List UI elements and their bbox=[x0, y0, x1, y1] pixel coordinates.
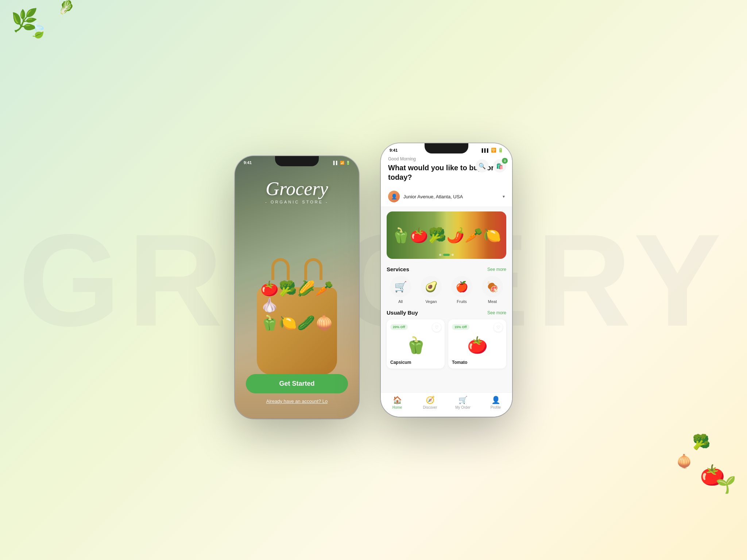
service-all-icon-circle: 🛒 bbox=[390, 276, 411, 297]
bag-handle-right bbox=[304, 258, 322, 280]
service-all-label: All bbox=[398, 299, 403, 304]
bag-body: 🍅🥦🌽🥕🧄🫑🍋🥒🧅 bbox=[257, 287, 337, 375]
app-content: 🫑🍅🥦🌶️🥕🍋 Services See more bbox=[381, 207, 512, 392]
services-section: Services See more 🛒 All bbox=[381, 263, 512, 307]
splash-time: 9:41 bbox=[244, 160, 252, 165]
cart-icon: 🛍️ bbox=[496, 163, 503, 170]
service-all[interactable]: 🛒 All bbox=[387, 276, 414, 304]
services-title: Services bbox=[387, 266, 409, 272]
tomato-badge: 15% Off bbox=[452, 324, 469, 330]
phone-main: 9:41 ▌▌▌ 🛜 🔋 Good Morning What would you… bbox=[381, 143, 512, 417]
service-vegan-label: Vegan bbox=[425, 299, 437, 304]
chevron-down-icon: ▾ bbox=[503, 194, 505, 199]
deco-leaf-3: 🌱 bbox=[716, 475, 736, 494]
service-vegan[interactable]: 🥑 Vegan bbox=[417, 276, 445, 304]
splash-bottom: Get Started Already have an account? Lo bbox=[235, 367, 359, 419]
banner-dot-3 bbox=[452, 254, 454, 256]
fruits-icon: 🍎 bbox=[456, 281, 468, 293]
app-battery-icon: 🔋 bbox=[498, 148, 503, 153]
nav-profile[interactable]: 👤 Profile bbox=[479, 396, 512, 409]
bag-handle-left bbox=[271, 258, 290, 280]
banner-dot-2 bbox=[443, 254, 450, 256]
cart-button[interactable]: 🛍️ 3 bbox=[493, 159, 506, 172]
order-icon: 🛒 bbox=[458, 396, 468, 404]
tomato-heart-icon[interactable]: ♡ bbox=[494, 323, 503, 332]
app-wifi-icon: 🛜 bbox=[491, 148, 496, 153]
service-vegan-icon-circle: 🥑 bbox=[421, 276, 442, 297]
location-avatar: 👤 bbox=[388, 191, 400, 202]
meat-icon: 🍖 bbox=[486, 281, 499, 293]
cart-badge: 3 bbox=[502, 158, 508, 164]
service-fruits-icon-circle: 🍎 bbox=[451, 276, 472, 297]
deco-veggie-2: 🥦 bbox=[692, 433, 711, 451]
capsicum-name: Capsicum bbox=[390, 360, 441, 365]
splash-status-icons: ▌▌ 📶 🔋 bbox=[333, 161, 350, 165]
bottom-nav: 🏠 Home 🧭 Discover 🛒 My Order 👤 Profile bbox=[381, 392, 512, 417]
capsicum-image: 🫑 bbox=[390, 332, 441, 358]
nav-order-label: My Order bbox=[455, 405, 471, 409]
splash-status-bar: 9:41 ▌▌ 📶 🔋 bbox=[235, 156, 359, 166]
wifi-icon: 📶 bbox=[340, 161, 344, 165]
banner-dot-1 bbox=[439, 254, 441, 256]
signal-icon: ▌▌ bbox=[333, 161, 338, 165]
services-grid: 🛒 All 🥑 Vegan bbox=[387, 276, 506, 304]
product-capsicum[interactable]: 20% Off ♡ 🫑 Capsicum bbox=[387, 319, 445, 369]
home-icon: 🏠 bbox=[393, 396, 402, 404]
location-bar[interactable]: 👤 Junior Avenue, Atlanta, USA ▾ bbox=[381, 188, 512, 207]
capsicum-badge: 20% Off bbox=[390, 324, 408, 330]
nav-home[interactable]: 🏠 Home bbox=[381, 396, 414, 409]
services-see-more[interactable]: See more bbox=[487, 267, 506, 272]
veggies-emoji: 🍅🥦🌽🥕🧄🫑🍋🥒🧅 bbox=[260, 280, 337, 331]
nav-home-label: Home bbox=[392, 405, 402, 409]
location-text: Junior Avenue, Atlanta, USA bbox=[403, 194, 499, 199]
battery-icon: 🔋 bbox=[346, 161, 350, 165]
service-meat-label: Meat bbox=[488, 299, 497, 304]
nav-discover-label: Discover bbox=[423, 405, 437, 409]
banner-dots bbox=[439, 254, 454, 256]
product-tomato[interactable]: 15% Off ♡ 🍅 Tomato bbox=[448, 319, 506, 369]
splash-subtitle: - ORGANIC STORE - bbox=[235, 200, 359, 204]
deco-onion: 🧅 bbox=[676, 454, 692, 469]
login-text: Already have an account? Lo bbox=[266, 398, 328, 404]
get-started-button[interactable]: Get Started bbox=[246, 374, 348, 393]
usually-buy-section: Usually Buy See more 20% Off ♡ 🫑 Capsicu… bbox=[381, 307, 512, 372]
app-status-bar: 9:41 ▌▌▌ 🛜 🔋 bbox=[381, 143, 512, 154]
nav-profile-label: Profile bbox=[491, 405, 501, 409]
app-screen: 9:41 ▌▌▌ 🛜 🔋 Good Morning What would you… bbox=[381, 143, 512, 417]
phones-container: 9:41 ▌▌ 📶 🔋 Grocery - ORGANIC STORE - bbox=[235, 141, 512, 419]
deco-veggie-1: 🥬 bbox=[58, 0, 74, 15]
products-grid: 20% Off ♡ 🫑 Capsicum 15% Off ♡ 🍅 Tomato bbox=[387, 319, 506, 369]
splash-title: Grocery bbox=[235, 178, 359, 199]
app-status-icons: ▌▌▌ 🛜 🔋 bbox=[482, 148, 503, 153]
service-meat[interactable]: 🍖 Meat bbox=[479, 276, 506, 304]
banner-image: 🫑🍅🥦🌶️🥕🍋 bbox=[387, 211, 506, 259]
grocery-bag: 🍅🥦🌽🥕🧄🫑🍋🥒🧅 bbox=[249, 258, 344, 375]
usually-buy-header: Usually Buy See more bbox=[387, 310, 506, 316]
usually-buy-title: Usually Buy bbox=[387, 310, 418, 316]
splash-screen: 9:41 ▌▌ 📶 🔋 Grocery - ORGANIC STORE - bbox=[235, 156, 359, 419]
tomato-name: Tomato bbox=[452, 360, 503, 365]
login-link[interactable]: Already have an account? Lo bbox=[246, 398, 348, 404]
deco-leaf-2: 🍃 bbox=[29, 22, 47, 39]
nav-order[interactable]: 🛒 My Order bbox=[446, 396, 479, 409]
discover-icon: 🧭 bbox=[426, 396, 435, 404]
service-fruits[interactable]: 🍎 Fruits bbox=[448, 276, 476, 304]
profile-icon: 👤 bbox=[491, 396, 500, 404]
phone-splash: 9:41 ▌▌ 📶 🔋 Grocery - ORGANIC STORE - bbox=[235, 156, 359, 419]
search-icon: 🔍 bbox=[479, 163, 486, 170]
nav-discover[interactable]: 🧭 Discover bbox=[414, 396, 446, 409]
services-header: Services See more bbox=[387, 266, 506, 272]
service-meat-icon-circle: 🍖 bbox=[482, 276, 503, 297]
app-signal-icon: ▌▌▌ bbox=[482, 148, 489, 152]
usually-buy-see-more[interactable]: See more bbox=[487, 310, 506, 315]
promo-banner[interactable]: 🫑🍅🥦🌶️🥕🍋 bbox=[387, 211, 506, 259]
service-fruits-label: Fruits bbox=[457, 299, 467, 304]
header-icons: 🔍 🛍️ 3 bbox=[476, 159, 506, 172]
app-time: 9:41 bbox=[390, 148, 398, 152]
capsicum-heart-icon[interactable]: ♡ bbox=[432, 323, 441, 332]
tomato-image: 🍅 bbox=[452, 332, 503, 358]
all-icon: 🛒 bbox=[394, 281, 407, 293]
vegan-icon: 🥑 bbox=[425, 281, 438, 293]
search-button[interactable]: 🔍 bbox=[476, 159, 489, 172]
